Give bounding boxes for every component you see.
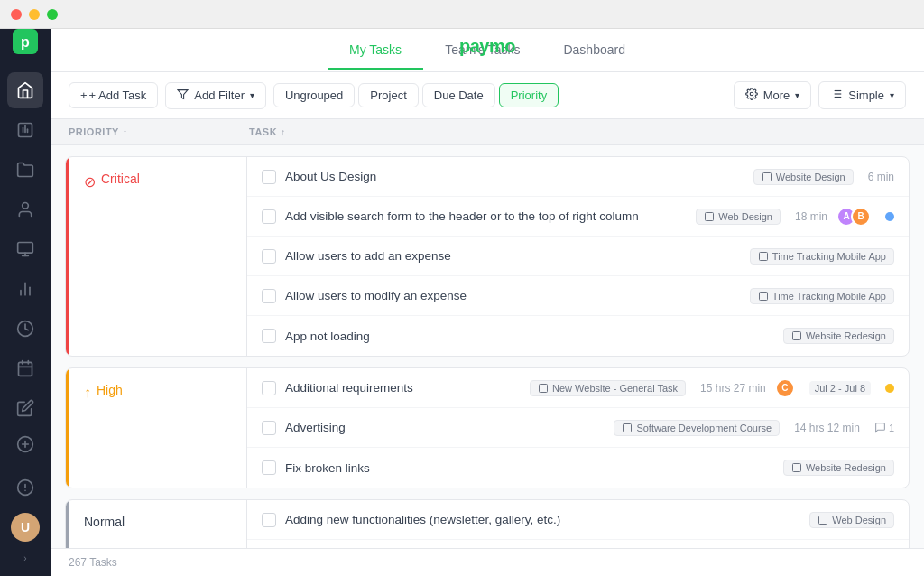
task-row: Allow users to add an expense Time Track… — [247, 237, 909, 276]
task-row: Advertising Software Development Course … — [247, 408, 909, 448]
task-row: Adding new functionalities (newsletter, … — [247, 500, 909, 540]
priority-sort-icon: ↑ — [123, 127, 128, 137]
sidebar-item-reports[interactable] — [7, 112, 43, 148]
filter-group: Ungrouped Project Due Date Priority — [273, 83, 559, 107]
svg-rect-38 — [624, 423, 632, 432]
sidebar-item-info[interactable] — [7, 469, 43, 506]
avatar[interactable]: U — [11, 513, 40, 542]
priority-label-critical: ⊘ Critical — [69, 157, 246, 356]
maximize-button[interactable] — [47, 9, 58, 20]
svg-rect-39 — [792, 464, 800, 472]
add-task-button[interactable]: + + Add Task — [69, 82, 158, 108]
task-badge: Web Design — [809, 512, 894, 528]
col-header-priority: PRIORITY ↑ — [69, 126, 249, 137]
task-checkbox[interactable] — [262, 249, 276, 264]
priority-section-high: ↑ High Additional requirements New Websi… — [65, 367, 910, 488]
status-dot — [885, 212, 894, 221]
column-headers: PRIORITY ↑ TASK ↑ — [51, 119, 924, 145]
task-badge: Time Tracking Mobile App — [750, 248, 894, 265]
task-badge: Website Redesign — [783, 328, 894, 344]
sidebar-bottom: U › — [7, 426, 43, 576]
main-content: paymo My Tasks Team's Tasks Dashboard + … — [51, 29, 924, 576]
filter-due-date[interactable]: Due Date — [422, 83, 495, 107]
paymo-logo: paymo — [459, 36, 515, 57]
view-dropdown-icon: ▾ — [890, 90, 894, 100]
critical-icon: ⊘ — [84, 173, 96, 190]
window-chrome — [0, 0, 924, 29]
sidebar-expand-button[interactable]: › — [16, 549, 34, 567]
close-button[interactable] — [11, 9, 22, 20]
footer: 267 Tasks — [51, 548, 924, 576]
sidebar-item-tasks[interactable] — [7, 390, 43, 426]
svg-rect-7 — [18, 243, 33, 254]
sidebar-item-clients[interactable] — [7, 191, 43, 228]
task-row: Add visible search form to the header or… — [247, 197, 909, 237]
task-checkbox[interactable] — [262, 381, 276, 395]
svg-rect-34 — [759, 252, 767, 260]
col-header-task: TASK ↑ — [249, 126, 906, 137]
filter-dropdown-icon: ▾ — [250, 90, 254, 100]
task-row: Fix broken links Website Redesign — [247, 448, 909, 488]
filter-priority[interactable]: Priority — [499, 83, 559, 107]
task-checkbox[interactable] — [262, 209, 276, 224]
svg-point-6 — [23, 203, 29, 209]
task-avatars: C — [781, 378, 795, 398]
svg-rect-33 — [706, 212, 714, 220]
svg-rect-35 — [759, 292, 767, 300]
gear-icon — [745, 88, 758, 103]
task-row: About Us Design Website Design 6 min — [247, 157, 909, 197]
sidebar-item-time[interactable] — [7, 311, 43, 347]
sidebar: p — [0, 0, 51, 576]
task-row: Additional requirements New Website - Ge… — [247, 368, 909, 408]
priority-section-normal: Normal Adding new functionalities (newsl… — [65, 499, 910, 548]
task-row: App not loading Website Redesign — [247, 316, 909, 356]
task-checkbox[interactable] — [262, 460, 276, 475]
svg-rect-40 — [819, 516, 827, 524]
filter-ungrouped[interactable]: Ungrouped — [273, 83, 355, 107]
status-dot — [885, 384, 894, 393]
task-checkbox[interactable] — [262, 289, 276, 303]
task-checkbox[interactable] — [262, 170, 276, 184]
view-button[interactable]: Simple ▾ — [818, 81, 906, 109]
task-checkbox[interactable] — [262, 421, 276, 435]
task-checkbox[interactable] — [262, 513, 276, 527]
tab-my-tasks[interactable]: My Tasks — [328, 32, 423, 70]
priority-label-normal: Normal — [69, 500, 246, 548]
sidebar-item-add[interactable] — [7, 426, 43, 462]
sidebar-navigation — [0, 72, 51, 426]
top-navigation: paymo My Tasks Team's Tasks Dashboard — [51, 29, 924, 72]
task-badge: New Website - General Task — [530, 380, 686, 396]
minimize-button[interactable] — [29, 9, 40, 20]
sidebar-item-projects[interactable] — [7, 152, 43, 188]
task-row: Allow users to modify an expense Time Tr… — [247, 276, 909, 316]
priority-section-critical: ⊘ Critical About Us Design Website Desig… — [65, 156, 910, 357]
svg-rect-36 — [792, 332, 800, 340]
svg-text:p: p — [21, 34, 30, 50]
more-button[interactable]: More ▾ — [734, 81, 812, 109]
task-badge: Software Development Course — [614, 420, 780, 436]
filter-project[interactable]: Project — [358, 83, 418, 107]
plus-icon: + — [80, 88, 88, 102]
tab-dashboard[interactable]: Dashboard — [541, 32, 647, 70]
avatar: C — [775, 378, 795, 398]
avatar: B — [851, 207, 871, 227]
task-sort-icon: ↑ — [281, 127, 286, 137]
sidebar-item-analytics[interactable] — [7, 271, 43, 307]
task-checkbox[interactable] — [262, 329, 276, 343]
task-count: 267 Tasks — [69, 556, 117, 569]
svg-marker-24 — [178, 89, 188, 98]
toolbar: + + Add Task Add Filter ▾ Ungrouped Proj… — [51, 72, 924, 119]
task-badge: Time Tracking Mobile App — [750, 288, 894, 304]
sidebar-item-calendar[interactable] — [7, 350, 43, 386]
filter-icon — [177, 88, 189, 103]
sidebar-item-home[interactable] — [7, 72, 43, 108]
sidebar-item-invoices[interactable] — [7, 231, 43, 267]
task-badge: Website Redesign — [783, 460, 894, 476]
svg-rect-32 — [762, 172, 771, 181]
add-filter-button[interactable]: Add Filter ▾ — [165, 82, 266, 109]
priority-label-high: ↑ High — [69, 368, 246, 488]
toolbar-right: More ▾ Simple ▾ — [734, 81, 906, 109]
tasks-normal: Adding new functionalities (newsletter, … — [246, 500, 909, 548]
comment-count: 1 — [874, 422, 894, 433]
more-dropdown-icon: ▾ — [795, 90, 799, 100]
